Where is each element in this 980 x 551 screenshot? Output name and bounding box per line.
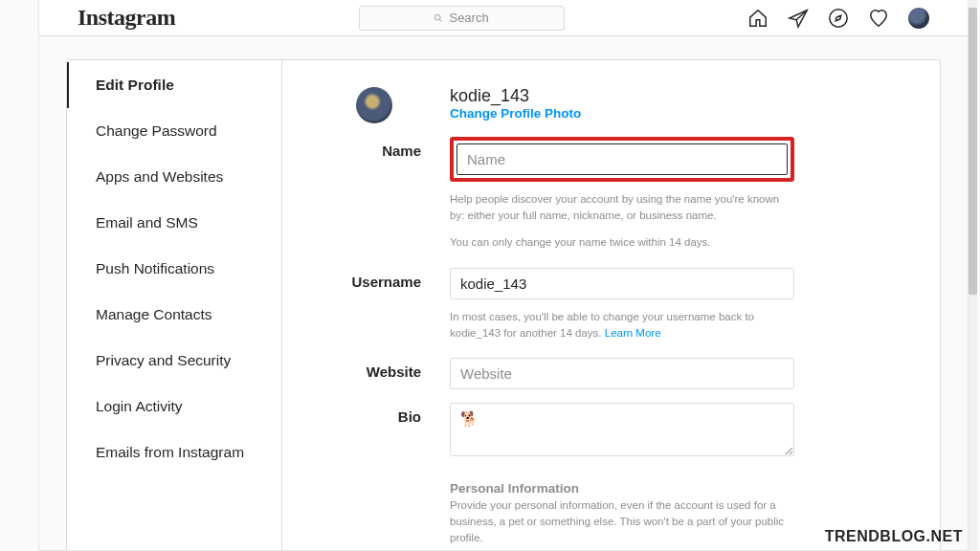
top-nav: Instagram Search [39,0,968,36]
explore-icon[interactable] [828,8,849,29]
sidebar-item-push-notifications[interactable]: Push Notifications [67,246,281,292]
name-input[interactable] [457,143,788,175]
name-help-1: Help people discover your account by usi… [450,191,794,223]
name-help-2: You can only change your name twice with… [450,234,794,251]
search-icon [434,13,443,23]
svg-point-0 [435,14,441,20]
username-label: Username [282,268,450,341]
sidebar-item-label: Push Notifications [96,260,214,276]
svg-point-3 [830,9,847,26]
sidebar-item-label: Privacy and Security [96,352,231,368]
profile-header-row: kodie_143 Change Profile Photo [282,87,882,123]
nav-icons [747,8,929,29]
sidebar-item-label: Emails from Instagram [96,444,244,460]
bio-input[interactable]: 🐕 [450,403,794,456]
website-row: Website [282,358,882,389]
change-profile-photo-link[interactable]: Change Profile Photo [450,106,794,121]
sidebar-item-change-password[interactable]: Change Password [67,108,281,154]
search-placeholder: Search [449,11,488,25]
username-row: Username In most cases, you'll be able t… [282,268,882,341]
scrollbar-thumb[interactable] [969,8,977,295]
sidebar-item-label: Apps and Websites [96,168,223,185]
settings-card: Edit Profile Change Password Apps and We… [66,59,941,551]
website-label: Website [282,358,450,389]
profile-picture[interactable] [356,87,392,123]
settings-sidebar: Edit Profile Change Password Apps and We… [67,60,282,551]
personal-info-title: Personal Information [450,481,794,496]
username-input[interactable] [450,268,794,299]
username-help-text: In most cases, you'll be able to change … [450,311,754,339]
sidebar-item-label: Change Password [96,122,217,139]
sidebar-item-login-activity[interactable]: Login Activity [67,384,281,430]
brand-logo[interactable]: Instagram [78,5,175,31]
profile-avatar[interactable] [908,8,929,29]
learn-more-link[interactable]: Learn More [605,327,661,339]
bio-label: Bio [282,403,450,460]
username-display: kodie_143 [450,87,794,106]
sidebar-item-label: Login Activity [96,398,182,414]
activity-icon[interactable] [868,8,889,29]
name-highlight [450,137,794,182]
watermark: TRENDBLOG.NET [825,528,963,545]
sidebar-item-emails-instagram[interactable]: Emails from Instagram [67,430,281,475]
sidebar-item-label: Manage Contacts [96,306,212,322]
sidebar-item-label: Edit Profile [96,77,174,93]
personal-info-desc: Provide your personal information, even … [450,497,794,545]
sidebar-item-edit-profile[interactable]: Edit Profile [67,62,281,108]
home-icon[interactable] [747,8,768,29]
personal-info-row: Personal Information Provide your person… [282,481,882,545]
name-row: Name Help people discover your account b… [282,137,882,251]
sidebar-item-privacy-security[interactable]: Privacy and Security [67,338,281,384]
settings-main: kodie_143 Change Profile Photo Name Help… [282,60,940,551]
bio-row: Bio 🐕 [282,403,882,460]
website-input[interactable] [450,358,794,389]
sidebar-item-label: Email and SMS [96,214,198,231]
app-frame: Instagram Search Edit Profile Change Pas… [38,0,969,551]
messenger-icon[interactable] [788,8,809,29]
name-label: Name [282,137,450,251]
search-input[interactable]: Search [359,6,565,31]
page-scrollbar[interactable] [969,0,977,551]
sidebar-item-manage-contacts[interactable]: Manage Contacts [67,292,281,338]
svg-line-1 [440,19,443,22]
svg-line-2 [796,10,807,19]
sidebar-item-email-sms[interactable]: Email and SMS [67,200,281,246]
username-help: In most cases, you'll be able to change … [450,309,794,341]
sidebar-item-apps-websites[interactable]: Apps and Websites [67,154,281,200]
